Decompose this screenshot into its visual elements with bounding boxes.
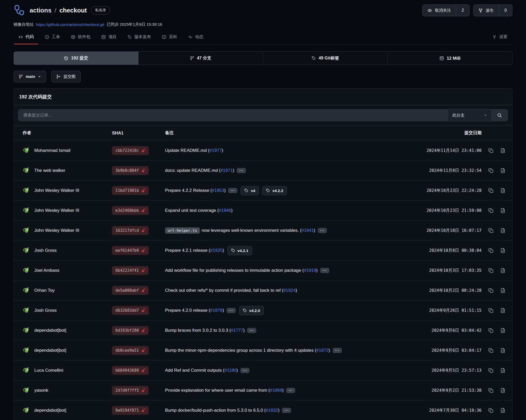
author-name[interactable]: Josh Gross [34, 308, 57, 313]
commit-sha-link[interactable]: 6b42224f41 [112, 266, 149, 275]
file-code-icon[interactable] [500, 288, 505, 293]
author-name[interactable]: dependabot[bot] [34, 408, 66, 413]
copy-icon[interactable] [488, 188, 494, 193]
author-name[interactable]: Luca Comellini [34, 368, 63, 373]
copy-icon[interactable] [488, 168, 494, 173]
release-tag-chip[interactable]: v4.2.1 [227, 246, 252, 255]
stat-size[interactable]: 12 MiB [387, 52, 512, 65]
issue-link[interactable]: #1924 [283, 288, 295, 293]
unwatch-button[interactable]: 取消关注 2 [422, 4, 470, 16]
issue-link[interactable]: #1869 [270, 388, 282, 393]
author-name[interactable]: John Wesley Walker III [34, 208, 79, 213]
expand-message-button[interactable]: ··· [333, 348, 342, 353]
copy-icon[interactable] [488, 408, 494, 413]
tab-settings[interactable]: 设置 [488, 31, 512, 44]
author-name[interactable]: Orhan Toy [34, 288, 55, 293]
branch-selector[interactable]: main [14, 71, 46, 83]
search-button[interactable] [491, 110, 508, 121]
commit-sha-link[interactable]: cbb722410c [112, 146, 149, 155]
commit-sha-link[interactable]: 163217dfcd [112, 226, 149, 235]
file-code-icon[interactable] [500, 208, 505, 213]
repo-avatar[interactable] [14, 4, 25, 16]
release-tag-chip[interactable]: v4.2.0 [239, 306, 264, 315]
search-input[interactable] [18, 110, 448, 121]
issue-link[interactable]: #1872 [316, 348, 328, 353]
repo-name-link[interactable]: checkout [60, 7, 87, 14]
tab-code[interactable]: 代码 [14, 31, 38, 44]
tab-releases[interactable]: 版本发布 [123, 31, 155, 44]
expand-message-button[interactable]: ··· [227, 308, 236, 313]
expand-message-button[interactable]: ··· [247, 328, 256, 333]
expand-message-button[interactable]: ··· [318, 228, 327, 233]
tab-issues[interactable]: 工单 [40, 31, 64, 44]
copy-icon[interactable] [488, 148, 494, 153]
issue-link[interactable]: #1953 [212, 188, 224, 193]
copy-icon[interactable] [488, 228, 494, 233]
file-code-icon[interactable] [500, 268, 505, 273]
issue-link[interactable]: #1832 [266, 408, 278, 413]
file-code-icon[interactable] [500, 348, 505, 353]
author-name[interactable]: Mohammad Ismail [34, 148, 70, 153]
copy-icon[interactable] [488, 348, 494, 353]
copy-icon[interactable] [488, 368, 494, 373]
commit-sha-link[interactable]: 3b9b8c884f [112, 166, 149, 175]
watchers-count[interactable]: 2 [456, 5, 469, 16]
expand-message-button[interactable]: ··· [237, 168, 246, 173]
file-code-icon[interactable] [500, 168, 505, 173]
commit-sha-link[interactable]: eef61447b9 [112, 246, 149, 255]
issue-link[interactable]: #1925 [210, 248, 222, 253]
tab-activity[interactable]: 动态 [184, 31, 208, 44]
file-code-icon[interactable] [500, 368, 505, 373]
author-name[interactable]: yasonk [34, 388, 48, 393]
file-code-icon[interactable] [500, 148, 505, 153]
issue-link[interactable]: #1919 [304, 268, 316, 273]
issue-link[interactable]: #1180 [225, 368, 236, 373]
author-name[interactable]: John Wesley Walker III [34, 188, 79, 193]
issue-link[interactable]: #1946 [219, 208, 231, 213]
copy-icon[interactable] [488, 208, 494, 213]
author-name[interactable]: dependabot[bot] [34, 348, 66, 353]
author-name[interactable]: John Wesley Walker III [34, 228, 79, 233]
copy-icon[interactable] [488, 388, 494, 393]
file-code-icon[interactable] [500, 408, 505, 413]
file-code-icon[interactable] [500, 188, 505, 193]
forks-count[interactable]: 0 [499, 5, 512, 16]
commit-sha-link[interactable]: d632683dd7 [112, 306, 149, 315]
file-code-icon[interactable] [500, 388, 505, 393]
copy-icon[interactable] [488, 308, 494, 313]
commit-sha-link[interactable]: 2d7d9f7ff5 [112, 386, 149, 395]
commit-sha-link[interactable]: 9a9194f871 [112, 406, 149, 415]
expand-message-button[interactable]: ··· [282, 408, 291, 413]
mirror-url-link[interactable]: https://github.com/actions/checkout.git [36, 22, 104, 27]
fork-button[interactable]: 派生 0 [473, 4, 512, 16]
commit-graph-button[interactable]: 提交图 [51, 71, 81, 83]
file-code-icon[interactable] [500, 228, 505, 233]
issue-link[interactable]: #1977 [209, 148, 222, 153]
commit-sha-link[interactable]: e3d2460bbb [112, 206, 149, 215]
tab-packages[interactable]: 软件包 [67, 31, 95, 44]
file-code-icon[interactable] [500, 308, 505, 313]
author-name[interactable]: The web walker [34, 168, 65, 173]
commit-sha-link[interactable]: db0cee9a51 [112, 346, 149, 355]
expand-message-button[interactable]: ··· [320, 268, 329, 273]
expand-message-button[interactable]: ··· [228, 188, 237, 193]
branch-scope-dropdown[interactable]: 此分支 [448, 110, 491, 121]
author-name[interactable]: dependabot[bot] [34, 328, 66, 333]
commit-sha-link[interactable]: 11bd71901b [112, 186, 149, 195]
issue-link[interactable]: #1941 [301, 228, 314, 233]
expand-message-button[interactable]: ··· [240, 368, 249, 373]
release-tag-chip[interactable]: v4 [241, 186, 259, 195]
issue-link[interactable]: #1971 [221, 168, 233, 173]
file-code-icon[interactable] [500, 328, 505, 333]
author-name[interactable]: Josh Gross [34, 248, 57, 253]
copy-icon[interactable] [488, 268, 494, 273]
commit-sha-link[interactable]: de5a000abf [112, 286, 149, 295]
stat-branches[interactable]: 47 分支 [138, 52, 263, 65]
issue-link[interactable]: #1878 [210, 308, 222, 313]
file-code-icon[interactable] [500, 248, 505, 253]
stat-commits[interactable]: 192 提交 [14, 52, 138, 65]
issue-link[interactable]: #1777 [231, 328, 243, 333]
copy-icon[interactable] [488, 328, 494, 333]
commit-sha-link[interactable]: 6d193bf280 [112, 326, 149, 335]
expand-message-button[interactable]: ··· [286, 388, 295, 393]
